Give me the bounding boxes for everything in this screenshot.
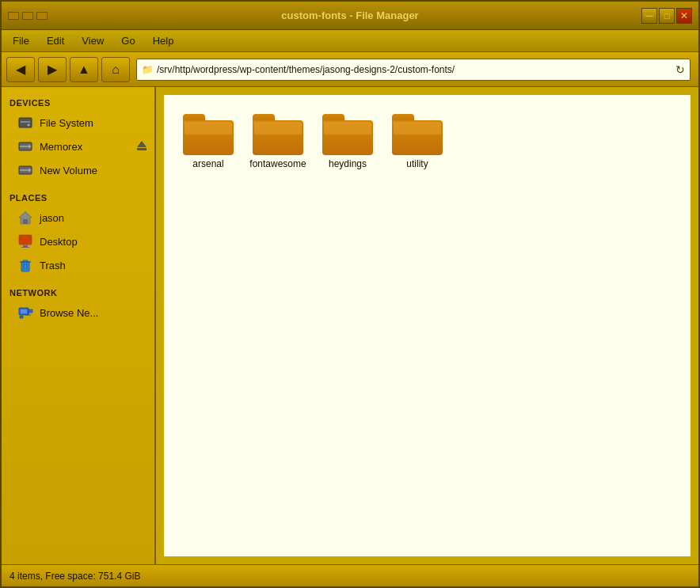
list-item[interactable]: arsenal bbox=[177, 108, 240, 176]
sidebar-network-label: NETWORK bbox=[2, 283, 154, 301]
svg-rect-14 bbox=[23, 245, 28, 247]
file-label: fontawesome bbox=[249, 158, 306, 169]
browsenet-icon bbox=[17, 305, 33, 321]
sidebar-item-memorex-label: Memorex bbox=[40, 141, 82, 153]
sidebar-item-browsenet[interactable]: Browse Ne... bbox=[2, 301, 154, 324]
address-folder-icon: 📁 bbox=[142, 64, 154, 75]
sidebar-item-browsenet-label: Browse Ne... bbox=[40, 307, 98, 319]
eject-icon bbox=[137, 141, 146, 152]
svg-point-10 bbox=[28, 169, 31, 172]
minimize-button[interactable]: ─ bbox=[641, 8, 657, 24]
sidebar-item-trash-label: Trash bbox=[40, 260, 66, 271]
menu-help[interactable]: Help bbox=[145, 32, 182, 49]
svg-point-2 bbox=[28, 124, 30, 127]
toolbar: ◀ ▶ ▲ ⌂ 📁 ↻ bbox=[2, 52, 698, 87]
folder-icon bbox=[253, 114, 303, 155]
main-content: DEVICES File System Memorex New Volume bbox=[2, 87, 698, 564]
newvolume-icon bbox=[17, 162, 33, 178]
sidebar-item-trash[interactable]: Trash bbox=[2, 253, 154, 277]
statusbar: 4 items, Free space: 751.4 GiB bbox=[2, 564, 698, 586]
filesystem-icon bbox=[17, 115, 33, 131]
file-label: heydings bbox=[329, 158, 367, 169]
back-icon: ◀ bbox=[16, 62, 25, 77]
svg-rect-23 bbox=[20, 316, 23, 318]
file-pane: arsenal fontawesome bbox=[162, 93, 692, 558]
list-item[interactable]: utility bbox=[386, 108, 449, 176]
window: custom-fonts - File Manager ─ □ ✕ File E… bbox=[0, 0, 700, 588]
titlebar-icon-1 bbox=[8, 12, 19, 20]
sidebar-item-newvolume-label: New Volume bbox=[40, 165, 97, 176]
up-icon: ▲ bbox=[78, 63, 90, 77]
svg-rect-4 bbox=[20, 146, 28, 147]
folder-icon bbox=[322, 114, 373, 155]
sidebar-item-jason[interactable]: jason bbox=[2, 206, 154, 230]
svg-rect-12 bbox=[23, 219, 28, 224]
svg-marker-6 bbox=[137, 141, 146, 147]
sidebar-item-jason-label: jason bbox=[40, 212, 64, 224]
list-item[interactable]: heydings bbox=[316, 108, 379, 176]
sidebar-devices-label: DEVICES bbox=[2, 93, 154, 111]
window-title: custom-fonts - File Manager bbox=[281, 9, 418, 21]
list-item[interactable]: fontawesome bbox=[246, 108, 310, 176]
address-input[interactable] bbox=[157, 64, 672, 75]
svg-rect-9 bbox=[20, 169, 28, 171]
trash-icon bbox=[17, 257, 33, 273]
svg-rect-13 bbox=[19, 235, 32, 245]
sidebar-item-filesystem[interactable]: File System bbox=[2, 111, 154, 135]
sidebar-item-filesystem-label: File System bbox=[40, 117, 93, 129]
titlebar-icon-3 bbox=[36, 12, 48, 20]
maximize-button[interactable]: □ bbox=[659, 8, 675, 24]
menubar: File Edit View Go Help bbox=[2, 30, 698, 52]
forward-icon: ▶ bbox=[48, 62, 57, 77]
sidebar-item-desktop-label: Desktop bbox=[40, 236, 78, 248]
home-icon: ⌂ bbox=[112, 63, 120, 77]
svg-rect-15 bbox=[21, 247, 29, 248]
memorex-icon bbox=[17, 138, 33, 154]
close-button[interactable]: ✕ bbox=[676, 8, 692, 24]
back-button[interactable]: ◀ bbox=[6, 57, 35, 82]
menu-go[interactable]: Go bbox=[113, 32, 143, 49]
menu-edit[interactable]: Edit bbox=[39, 32, 72, 49]
file-grid: arsenal fontawesome bbox=[177, 108, 678, 176]
svg-rect-18 bbox=[23, 260, 28, 262]
folder-icon bbox=[183, 114, 234, 155]
desktop-icon bbox=[17, 233, 33, 249]
address-bar: 📁 ↻ bbox=[136, 59, 690, 81]
home-button[interactable]: ⌂ bbox=[101, 57, 130, 82]
titlebar-buttons: ─ □ ✕ bbox=[641, 8, 692, 24]
svg-rect-24 bbox=[29, 309, 32, 313]
sidebar-places-label: PLACES bbox=[2, 188, 154, 206]
up-button[interactable]: ▲ bbox=[70, 57, 98, 82]
file-label: utility bbox=[406, 158, 428, 169]
titlebar-icon-2 bbox=[22, 12, 33, 20]
titlebar: custom-fonts - File Manager ─ □ ✕ bbox=[2, 2, 698, 30]
sidebar-item-newvolume[interactable]: New Volume bbox=[2, 158, 154, 182]
svg-rect-7 bbox=[137, 148, 146, 150]
svg-point-5 bbox=[28, 145, 31, 148]
sidebar-item-memorex[interactable]: Memorex bbox=[2, 135, 154, 158]
file-label: arsenal bbox=[192, 158, 223, 169]
sidebar-item-desktop[interactable]: Desktop bbox=[2, 230, 154, 253]
reload-button[interactable]: ↻ bbox=[675, 63, 685, 76]
folder-icon bbox=[392, 114, 443, 155]
jason-home-icon bbox=[17, 210, 33, 226]
svg-rect-1 bbox=[21, 121, 30, 123]
svg-rect-16 bbox=[21, 262, 29, 271]
menu-file[interactable]: File bbox=[5, 32, 37, 49]
titlebar-left bbox=[8, 12, 48, 20]
sidebar: DEVICES File System Memorex New Volume bbox=[2, 87, 156, 564]
forward-button[interactable]: ▶ bbox=[38, 57, 67, 82]
svg-rect-22 bbox=[21, 309, 27, 313]
menu-view[interactable]: View bbox=[74, 32, 112, 49]
status-text: 4 items, Free space: 751.4 GiB bbox=[10, 571, 140, 582]
